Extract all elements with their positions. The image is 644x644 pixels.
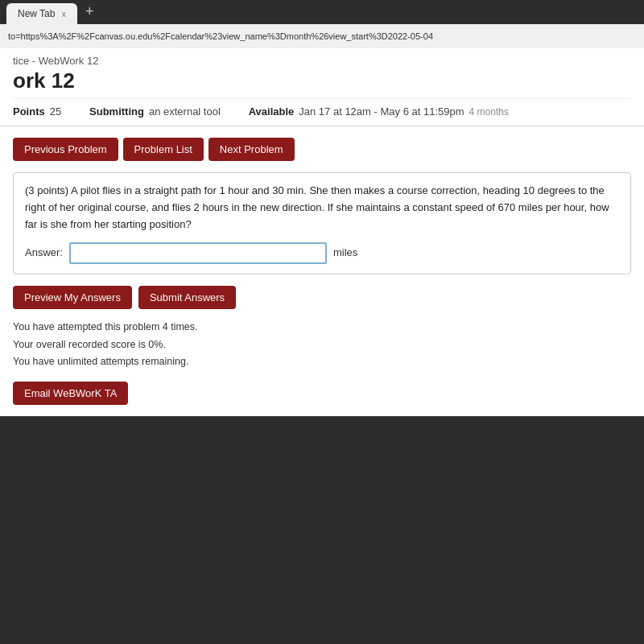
new-tab-button[interactable]: +	[80, 3, 99, 20]
answer-input[interactable]	[69, 242, 327, 264]
answer-row: Answer: miles	[25, 242, 619, 264]
tab-close-button[interactable]: x	[61, 9, 66, 19]
breadcrumb: tice - WebWork 12	[13, 55, 631, 67]
available-duration: 4 months	[469, 106, 509, 118]
problem-text: (3 points) A pilot flies in a straight p…	[25, 183, 619, 233]
answer-unit: miles	[333, 245, 357, 262]
submitting-value: an external tool	[149, 105, 221, 118]
answer-label: Answer:	[25, 245, 63, 262]
meta-separator-2	[230, 105, 239, 118]
attempt-line-1: You have attempted this problem 4 times.	[13, 319, 631, 336]
problem-box: (3 points) A pilot flies in a straight p…	[13, 172, 631, 275]
meta-separator-1	[71, 105, 80, 118]
address-text: to=https%3A%2F%2Fcanvas.ou.edu%2Fcalenda…	[8, 31, 433, 41]
available-label: Available	[249, 105, 295, 118]
address-bar[interactable]: to=https%3A%2F%2Fcanvas.ou.edu%2Fcalenda…	[0, 24, 644, 48]
page-content: tice - WebWork 12 ork 12 Points 25 Submi…	[0, 48, 644, 416]
next-problem-button[interactable]: Next Problem	[208, 138, 295, 161]
submitting-label: Submitting	[89, 105, 144, 118]
meta-bar: Points 25 Submitting an external tool Av…	[13, 98, 631, 122]
problem-points: (3 points)	[25, 184, 68, 196]
attempt-line-2: Your overall recorded score is 0%.	[13, 336, 631, 353]
problem-list-button[interactable]: Problem List	[123, 138, 204, 161]
browser-chrome: New Tab x + to=https%3A%2F%2Fcanvas.ou.e…	[0, 0, 644, 48]
attempt-info: You have attempted this problem 4 times.…	[13, 319, 631, 370]
attempt-line-3: You have unlimited attempts remaining.	[13, 353, 631, 370]
problem-description: A pilot flies in a straight path for 1 h…	[25, 184, 609, 230]
nav-buttons: Previous Problem Problem List Next Probl…	[13, 138, 631, 161]
email-ta-button[interactable]: Email WeBWorK TA	[13, 382, 128, 405]
available-value: Jan 17 at 12am - May 6 at 11:59pm	[299, 105, 464, 118]
previous-problem-button[interactable]: Previous Problem	[13, 138, 118, 161]
page-title: ork 12	[13, 68, 631, 93]
points-value: 25	[50, 105, 61, 118]
tab-bar: New Tab x +	[0, 0, 644, 24]
page-header: tice - WebWork 12 ork 12 Points 25 Submi…	[0, 48, 644, 126]
points-label: Points	[13, 105, 45, 118]
browser-tab[interactable]: New Tab x	[6, 3, 77, 24]
preview-answers-button[interactable]: Preview My Answers	[13, 286, 132, 309]
main-content: Previous Problem Problem List Next Probl…	[0, 126, 644, 416]
submit-answers-button[interactable]: Submit Answers	[138, 286, 236, 309]
tab-label: New Tab	[18, 8, 55, 19]
action-buttons: Preview My Answers Submit Answers	[13, 286, 631, 309]
